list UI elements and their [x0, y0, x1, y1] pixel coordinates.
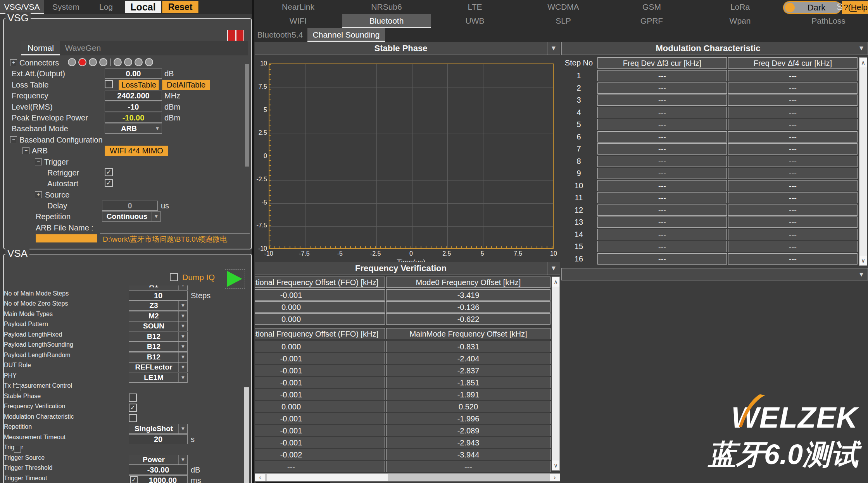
pep-label: Peak Envelope Power: [12, 113, 88, 122]
dump-iq-checkbox[interactable]: [170, 273, 178, 281]
tab-gsm[interactable]: GSM: [607, 0, 696, 14]
connector-led-8[interactable]: [145, 58, 153, 66]
connector-led-4[interactable]: [99, 58, 107, 66]
retrigger-checkbox[interactable]: ✓: [105, 168, 113, 176]
table-cell: ---: [597, 168, 727, 179]
hscroll-thumb[interactable]: [267, 474, 388, 481]
collapse-icon[interactable]: −: [22, 147, 29, 154]
tab-lora[interactable]: LoRa: [696, 0, 784, 14]
phy-dropdown[interactable]: LE1M▼: [129, 373, 188, 383]
repetition-dropdown[interactable]: Continuous ▼: [102, 211, 161, 222]
freq-table-hscrollbar[interactable]: ‹ ›: [255, 473, 560, 481]
dropdown-value: A1: [129, 285, 178, 290]
tab-pathloss[interactable]: PathLoss: [784, 14, 868, 28]
no-of-mode-zero-steps-dropdown[interactable]: Z3▼: [129, 301, 188, 311]
step-no-cell: 7: [561, 143, 596, 155]
vsg-row-arb: − ARB WIFI 4*4 MIMO: [4, 145, 251, 156]
level-input[interactable]: -10: [105, 102, 162, 112]
frequency-verification-dropdown[interactable]: ▼: [547, 262, 560, 275]
payload-pattern-dropdown[interactable]: SOUN▼: [129, 321, 188, 331]
modulation-characteristic-dropdown[interactable]: ▼: [855, 42, 868, 55]
help-button[interactable]: ?(Help: [842, 1, 868, 14]
freq-table-vscrollbar[interactable]: ∧ ∨: [552, 277, 560, 471]
chevron-down-icon: ▼: [178, 285, 187, 290]
scroll-down-icon[interactable]: ∨: [552, 461, 559, 470]
tab-system[interactable]: System: [44, 0, 88, 14]
connector-led-6[interactable]: [124, 58, 132, 66]
loss-table-button[interactable]: LossTable: [119, 80, 159, 90]
tab-normal[interactable]: Normal: [21, 41, 60, 55]
connector-led-3[interactable]: [89, 58, 97, 66]
vsa-row-payload-pattern: Payload PatternSOUN▼: [4, 321, 251, 331]
y-tick-label: -5: [255, 199, 267, 206]
tab-bluetooth[interactable]: Bluetooth: [342, 14, 431, 28]
tab-wcdma[interactable]: WCDMA: [519, 0, 607, 14]
chart-plot-area: [269, 64, 554, 249]
stable-phase-checkbox[interactable]: [129, 394, 137, 402]
repetition-dropdown[interactable]: SingleShot▼: [129, 424, 188, 434]
arb-waveform-button[interactable]: WIFI 4*4 MIMO: [105, 146, 168, 156]
arb-path-button[interactable]: [36, 234, 97, 242]
trigger-timeout-checkbox[interactable]: ✓: [130, 476, 138, 483]
scroll-down-icon[interactable]: ∨: [859, 256, 867, 265]
collapse-icon[interactable]: −: [14, 446, 21, 453]
frequency-verification-checkbox[interactable]: ✓: [129, 404, 137, 412]
dut-role-dropdown[interactable]: REFLector▼: [129, 362, 188, 372]
table-cell: ---: [728, 95, 858, 106]
tab-nearlink[interactable]: NearLink: [254, 0, 342, 14]
trigger-source-dropdown[interactable]: Power▼: [129, 455, 188, 465]
payload-lengthrandom-dropdown[interactable]: B12▼: [129, 352, 188, 362]
scroll-left-icon[interactable]: ‹: [255, 474, 265, 481]
scroll-right-icon[interactable]: ›: [550, 474, 560, 481]
no-of-main-mode-steps-input[interactable]: 10: [129, 290, 188, 301]
connector-led-2[interactable]: [78, 58, 86, 66]
connector-led-5[interactable]: [114, 58, 122, 66]
empty-section-dropdown[interactable]: ▼: [855, 268, 868, 281]
modulation-characteristic-checkbox[interactable]: [129, 414, 137, 422]
reset-button[interactable]: Reset: [162, 1, 198, 13]
stable-phase-dropdown[interactable]: ▼: [547, 42, 560, 55]
collapse-icon[interactable]: −: [14, 384, 21, 391]
del-all-table-button[interactable]: DelAllTable: [162, 80, 210, 90]
tab-slp[interactable]: SLP: [519, 14, 607, 28]
loss-table-checkbox[interactable]: [105, 80, 113, 88]
tab-nrsub6[interactable]: NRSub6: [342, 0, 431, 14]
scroll-up-icon[interactable]: ∧: [859, 58, 867, 67]
payload-lengthfixed-dropdown[interactable]: B12▼: [129, 332, 188, 342]
vsa-row-trigger: −Trigger: [4, 444, 251, 454]
baseband-mode-dropdown[interactable]: ARB ▼: [105, 124, 162, 134]
collapse-icon[interactable]: −: [10, 136, 17, 143]
connector-led-1[interactable]: [68, 58, 76, 66]
main-mode-types-dropdown[interactable]: M2▼: [129, 311, 188, 321]
tab-wavegen[interactable]: WaveGen: [60, 41, 106, 55]
expand-icon[interactable]: +: [10, 59, 17, 66]
table-cell: ---: [597, 70, 727, 81]
tab-channel-sounding[interactable]: Channel Sounding: [307, 28, 385, 42]
collapse-icon[interactable]: −: [35, 158, 42, 165]
tab-wpan[interactable]: Wpan: [696, 14, 784, 28]
table-cell: ---: [597, 131, 727, 143]
connector-led-7[interactable]: [135, 58, 143, 66]
vsa-row-main-mode-types: Main Mode TypesM2▼: [4, 311, 251, 321]
tab-wifi[interactable]: WIFI: [254, 14, 342, 28]
tab-lte[interactable]: LTE: [431, 0, 519, 14]
trigger-threshold-input[interactable]: -30.00: [129, 465, 188, 475]
frequency-input[interactable]: 2402.000: [105, 91, 162, 101]
autostart-checkbox[interactable]: ✓: [105, 179, 113, 187]
mod-table-vscrollbar[interactable]: ∧ ∨: [859, 57, 867, 266]
tab-log[interactable]: Log: [88, 0, 124, 14]
tab-gprf[interactable]: GPRF: [607, 14, 696, 28]
ext-att-input[interactable]: 0.00: [105, 69, 162, 79]
tab-bluetooth5-4[interactable]: Bluetooth5.4: [254, 28, 306, 42]
tab-uwb[interactable]: UWB: [431, 14, 519, 28]
expand-icon[interactable]: +: [35, 191, 42, 198]
no-of-antenna-paths-dropdown[interactable]: A1▼: [129, 285, 188, 290]
dark-mode-toggle[interactable]: Dark: [783, 1, 841, 14]
local-button[interactable]: Local: [125, 1, 161, 13]
delay-input[interactable]: 0: [102, 201, 158, 211]
help-pre: ?(: [844, 3, 851, 12]
scroll-up-icon[interactable]: ∧: [552, 277, 559, 287]
payload-lengthsounding-dropdown[interactable]: B12▼: [129, 342, 188, 352]
measurement-timeout-input[interactable]: 20: [129, 434, 188, 444]
vsa-row-label: Modulation Characteristic: [4, 413, 251, 420]
